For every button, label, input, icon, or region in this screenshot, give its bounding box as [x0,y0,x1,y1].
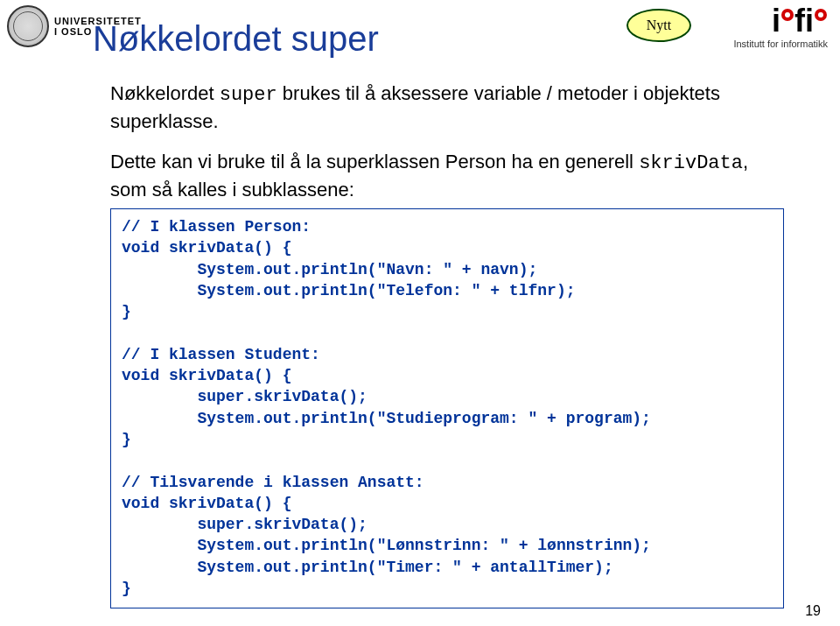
code-l11: } [122,431,131,448]
code-l09: super.skrivData(); [122,388,368,405]
code-l17: System.out.println("Timer: " + antallTim… [122,559,613,576]
code-l05: } [122,303,131,320]
university-seal-icon [7,5,49,47]
code-l03: System.out.println("Navn: " + navn); [122,261,537,278]
code-l01: // I klassen Person: [122,218,311,236]
code-l07: // I klassen Student: [122,346,320,363]
code-l04: System.out.println("Telefon: " + tlfnr); [122,282,575,299]
slide-title: Nøkkelordet super [93,19,379,59]
code-l15: super.skrivData(); [122,516,368,533]
title-keyword: super [291,19,379,58]
p1-part1: Nøkkelordet [110,82,220,104]
title-prefix: Nøkkelordet [93,19,291,58]
ifi-caption: Institutt for informatikk [733,39,828,49]
code-l18: } [122,580,131,597]
paragraph-1: Nøkkelordet super brukes til å aksessere… [110,81,770,134]
new-badge: Nytt [626,9,691,42]
code-l13: // Tilsvarende i klassen Ansatt: [122,474,424,491]
ifi-logo: ifi Institutt for informatikk [733,5,828,49]
code-l16: System.out.println("Lønnstrinn: " + lønn… [122,537,651,554]
p2-part1: Dette kan vi bruke til å la superklassen… [110,151,639,172]
ifi-mark-icon: ifi [772,5,828,37]
code-block: // I klassen Person: void skrivData() { … [110,208,784,608]
p1-mono: super [220,84,277,106]
code-l10: System.out.println("Studieprogram: " + p… [122,410,651,427]
p2-mono: skrivData [639,152,743,174]
page-number: 19 [805,603,821,619]
code-l14: void skrivData() { [122,495,291,512]
code-l02: void skrivData() { [122,239,291,257]
paragraph-2: Dette kan vi bruke til å la superklassen… [110,149,770,202]
badge-label: Nytt [647,18,671,33]
code-l08: void skrivData() { [122,367,291,384]
